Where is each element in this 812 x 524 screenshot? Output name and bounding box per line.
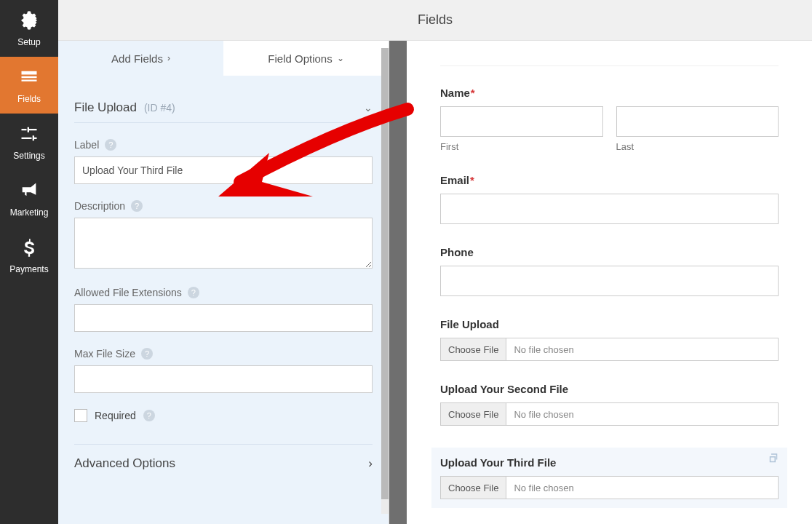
choose-file-button[interactable]: Choose File [441,403,506,425]
divider [440,66,779,66]
preview-name-field[interactable]: Name* First Last [440,87,779,152]
chevron-right-icon: › [167,53,170,63]
required-asterisk: * [470,174,474,186]
required-asterisk: * [471,87,475,99]
preview-email-field[interactable]: Email* [440,174,779,224]
chevron-right-icon: › [368,456,373,471]
duplicate-icon[interactable] [767,452,780,465]
chevron-down-icon[interactable]: ⌄ [364,102,373,114]
name-label: Name [440,87,470,99]
sliders-icon [19,124,39,146]
preview-phone-field[interactable]: Phone [440,246,779,296]
tab-label: Add Fields [111,52,163,65]
bullhorn-icon [19,180,39,203]
preview-upload-1[interactable]: File Upload Choose File No file chosen [440,318,779,361]
topbar: Fields [58,0,812,41]
tab-field-options[interactable]: Field Options ⌄ [223,41,389,76]
sidebar-label: Settings [13,151,44,161]
sidebar-item-settings[interactable]: Settings [0,114,58,170]
label-input[interactable] [74,156,373,184]
allowed-ext-input[interactable] [74,304,373,332]
section-id: (ID #4) [144,102,175,114]
scrollbar-thumb[interactable] [381,48,389,499]
phone-label: Phone [440,246,474,258]
sidebar-label: Setup [17,37,40,47]
form-icon [19,67,39,90]
max-size-label: Max File Size [74,348,135,360]
help-icon[interactable]: ? [131,200,143,212]
left-panel: Add Fields › Field Options ⌄ File Upload… [58,41,389,524]
label-label: Label [74,139,99,151]
help-icon[interactable]: ? [141,348,153,360]
file-status: No file chosen [506,483,581,493]
help-icon[interactable]: ? [105,139,116,151]
sidebar: Setup Fields Settings Marketing Payments [0,0,58,524]
dollar-icon [19,237,39,260]
last-sublabel: Last [616,141,779,152]
section-header[interactable]: File Upload (ID #4) ⌄ [74,90,373,123]
required-label: Required [95,410,136,421]
section-title: File Upload [74,100,137,114]
phone-input[interactable] [440,266,779,296]
description-input[interactable] [74,218,373,269]
panel-divider [389,41,407,524]
advanced-label: Advanced Options [74,456,175,471]
email-input[interactable] [440,194,779,224]
first-name-input[interactable] [440,106,603,137]
tab-label: Field Options [268,52,332,65]
choose-file-button[interactable]: Choose File [441,338,506,360]
preview-upload-2[interactable]: Upload Your Second File Choose File No f… [440,383,779,426]
page-title: Fields [418,12,453,28]
upload2-label: Upload Your Second File [440,383,568,395]
sidebar-item-marketing[interactable]: Marketing [0,170,58,227]
choose-file-button[interactable]: Choose File [441,477,506,499]
sidebar-item-setup[interactable]: Setup [0,0,58,57]
preview-upload-3[interactable]: Upload Your Third File Choose File No fi… [431,448,787,508]
help-icon[interactable]: ? [143,410,155,421]
first-sublabel: First [440,141,603,152]
gear-icon [19,10,39,33]
chevron-down-icon: ⌄ [337,53,344,63]
sidebar-label: Fields [17,94,41,104]
last-name-input[interactable] [616,106,779,137]
tab-add-fields[interactable]: Add Fields › [58,41,223,76]
max-size-input[interactable] [74,365,373,393]
sidebar-label: Payments [9,264,48,274]
preview-pane: Name* First Last Email* [407,41,812,524]
sidebar-item-payments[interactable]: Payments [0,227,58,284]
upload1-label: File Upload [440,318,499,330]
sidebar-label: Marketing [10,207,49,218]
sidebar-item-fields[interactable]: Fields [0,57,58,114]
required-checkbox[interactable] [74,409,87,422]
upload3-label: Upload Your Third File [440,456,556,469]
file-status: No file chosen [506,344,581,355]
advanced-options-toggle[interactable]: Advanced Options › [74,444,373,483]
help-icon[interactable]: ? [188,287,199,298]
description-label: Description [74,200,125,212]
allowed-ext-label: Allowed File Extensions [74,287,182,298]
email-label: Email [440,174,469,186]
file-status: No file chosen [506,409,581,420]
